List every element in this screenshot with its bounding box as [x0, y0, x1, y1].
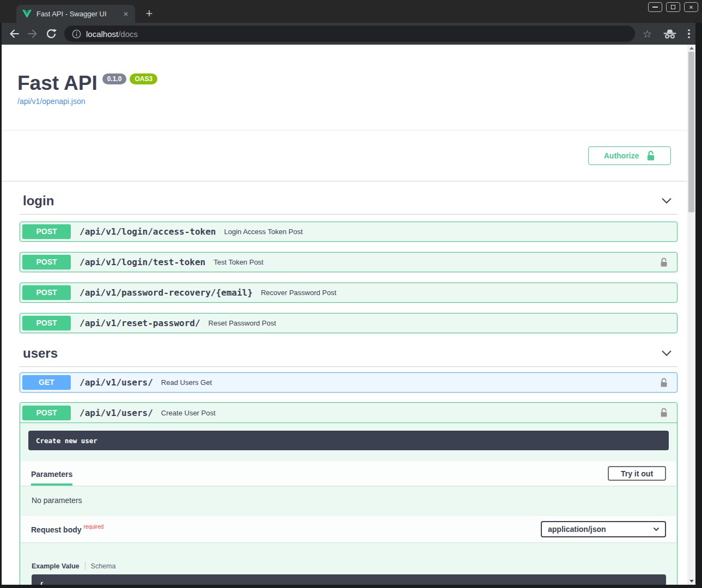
version-badge: 0.1.0 [102, 74, 127, 84]
authorize-label: Authorize [604, 151, 639, 160]
new-tab-button[interactable]: + [142, 7, 156, 21]
browser-titlebar: Fast API - Swagger UI ✕ + ✕ [0, 0, 702, 23]
endpoint-row-password-recovery[interactable]: POST /api/v1/password-recovery/{email} R… [20, 283, 677, 303]
endpoint-summary: Login Access Token Post [224, 228, 302, 236]
url-host: localhost [86, 29, 118, 39]
oas3-badge: OAS3 [130, 74, 157, 84]
scroll-down-arrow-icon[interactable] [689, 580, 694, 583]
swagger-page: Fast API 0.1.0 OAS3 /api/v1/openapi.json… [2, 45, 687, 585]
tab-title: Fast API - Swagger UI [36, 10, 121, 18]
example-area: Example Value Schema { [20, 542, 677, 585]
endpoint-summary: Create User Post [161, 409, 216, 417]
endpoint-summary: Read Users Get [161, 378, 212, 387]
scroll-up-arrow-icon[interactable] [689, 47, 694, 50]
no-parameters-text: No parameters [20, 486, 677, 516]
required-label: required [84, 524, 104, 530]
authorize-button[interactable]: Authorize [588, 146, 671, 165]
bookmark-star-icon[interactable]: ☆ [643, 28, 652, 40]
endpoint-path: /api/v1/users/ [80, 408, 153, 418]
try-it-out-button[interactable]: Try it out [608, 466, 666, 481]
window-controls: ✕ [648, 2, 698, 12]
endpoint-expanded-create-user: POST /api/v1/users/ Create User Post Cre… [20, 402, 677, 585]
endpoint-row-access-token[interactable]: POST /api/v1/login/access-token Login Ac… [20, 222, 677, 242]
window-minimize-button[interactable] [648, 2, 662, 12]
tag-section-login: login POST /api/v1/login/access-token Lo… [20, 187, 677, 333]
browser-tab[interactable]: Fast API - Swagger UI ✕ [16, 5, 135, 23]
request-body-title: Request bodyrequired [31, 524, 103, 534]
example-code-block[interactable]: { [32, 574, 666, 585]
operation-description: Create new user [28, 431, 669, 450]
back-button-icon[interactable] [8, 28, 20, 40]
request-body-header: Request bodyrequired application/json [20, 516, 677, 542]
chevron-down-icon[interactable] [661, 350, 672, 356]
tab-divider [85, 562, 86, 570]
unlock-icon [646, 150, 655, 161]
padlock-icon[interactable] [660, 378, 668, 388]
endpoint-row-read-users[interactable]: GET /api/v1/users/ Read Users Get [20, 372, 677, 393]
tab-example-value[interactable]: Example Value [32, 562, 80, 570]
tab-schema[interactable]: Schema [91, 562, 116, 570]
scrollbar-thumb[interactable] [688, 52, 694, 212]
scheme-container: Authorize [2, 130, 687, 181]
browser-toolbar: localhost/docs ☆ [2, 23, 695, 45]
parameters-header: Parameters Try it out [20, 461, 677, 486]
api-title: Fast API [17, 72, 97, 95]
url-bar[interactable]: localhost/docs [64, 26, 635, 42]
endpoint-path: /api/v1/login/test-token [80, 257, 205, 267]
tag-title: login [23, 193, 54, 209]
endpoint-path: /api/v1/reset-password/ [80, 318, 200, 328]
tab-close-icon[interactable]: ✕ [121, 9, 130, 19]
tab-parameters[interactable]: Parameters [31, 470, 72, 486]
openapi-spec-link[interactable]: /api/v1/openapi.json [17, 97, 86, 106]
content-type-select[interactable]: application/json [541, 521, 666, 537]
endpoint-summary: Recover Password Post [261, 289, 337, 297]
window-close-button[interactable]: ✕ [684, 2, 698, 12]
method-badge: POST [22, 406, 71, 420]
favicon-icon [22, 10, 32, 18]
endpoint-row-test-token[interactable]: POST /api/v1/login/test-token Test Token… [20, 252, 677, 272]
chevron-down-icon[interactable] [661, 198, 672, 204]
forward-button-icon[interactable] [27, 28, 39, 40]
incognito-icon [663, 29, 677, 39]
tag-title: users [23, 346, 58, 361]
padlock-icon[interactable] [660, 408, 668, 418]
tag-header-users[interactable]: users [20, 340, 677, 367]
padlock-icon[interactable] [660, 258, 668, 267]
reload-button-icon[interactable] [45, 28, 57, 40]
method-badge: POST [22, 285, 71, 300]
method-badge: POST [22, 255, 71, 270]
method-badge: POST [22, 316, 71, 330]
endpoint-row-create-user[interactable]: POST /api/v1/users/ Create User Post [20, 403, 677, 423]
content-type-value: application/json [548, 525, 606, 534]
endpoint-summary: Reset Password Post [209, 319, 276, 327]
url-path: /docs [118, 29, 138, 39]
browser-menu-icon[interactable] [688, 29, 690, 39]
endpoint-path: /api/v1/login/access-token [80, 226, 216, 237]
method-badge: POST [22, 224, 71, 239]
site-info-icon[interactable] [72, 29, 81, 39]
tag-header-login[interactable]: login [20, 187, 677, 215]
endpoint-row-reset-password[interactable]: POST /api/v1/reset-password/ Reset Passw… [20, 313, 677, 333]
chevron-down-icon [653, 527, 660, 531]
endpoint-path: /api/v1/users/ [80, 377, 153, 388]
window-maximize-button[interactable] [666, 2, 680, 12]
endpoint-summary: Test Token Post [213, 258, 264, 266]
tag-section-users: users GET /api/v1/users/ Read Users Get [20, 340, 677, 393]
method-badge: GET [22, 375, 71, 390]
page-scrollbar[interactable] [687, 45, 695, 585]
endpoint-path: /api/v1/password-recovery/{email} [80, 287, 253, 298]
api-info-section: Fast API 0.1.0 OAS3 /api/v1/openapi.json [2, 45, 687, 106]
